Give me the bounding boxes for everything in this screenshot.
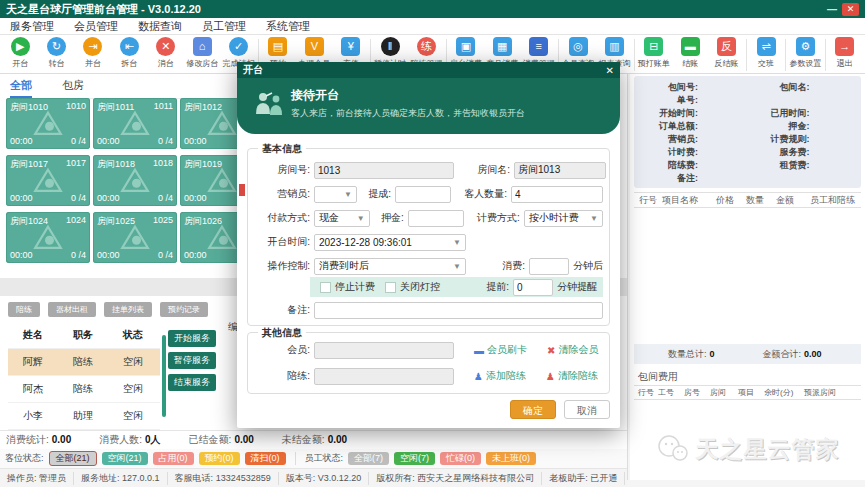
toolbar-transfer-table-button[interactable]: ↻转台 <box>38 37 74 69</box>
open-time-picker[interactable]: 2023-12-28 09:36:01▼ <box>314 234 466 251</box>
info-room-name-label: 包间名: <box>748 81 810 94</box>
toolbar-divider <box>785 39 786 71</box>
deposit-field[interactable] <box>408 210 464 227</box>
cancel-button[interactable]: 取消 <box>564 400 610 419</box>
coach-row: 陪练: ♟添加陪练 ♟清除陪练 <box>254 367 603 385</box>
coach-field[interactable] <box>314 368 454 385</box>
split-table-icon: ⇤ <box>120 37 139 56</box>
coach-button[interactable]: 陪练 <box>8 302 40 317</box>
menu-member[interactable]: 会员管理 <box>74 19 118 34</box>
room-occupancy: 0 /4 <box>158 250 173 260</box>
consume-minutes-field[interactable] <box>529 258 569 275</box>
info-room-no-label: 包间号: <box>636 81 698 94</box>
boss-assistant-info: 老板助手: 已开通 <box>542 472 625 485</box>
toolbar-preprint-bill-button[interactable]: ⊟预打账单 <box>636 37 672 69</box>
start-service-button[interactable]: 开始服务 <box>168 330 216 347</box>
room-card[interactable]: 房间10111011 00:000 /4 <box>93 98 177 149</box>
billing-label: 计费方式: <box>464 211 520 225</box>
dialog-close-icon[interactable]: ✕ <box>606 65 614 76</box>
person-add-icon: ♟ <box>474 371 483 382</box>
server-address-info: 服务地址: 127.0.0.1 <box>74 472 168 485</box>
tab-all[interactable]: 全部 <box>10 78 32 98</box>
menu-staff[interactable]: 员工管理 <box>202 19 246 34</box>
room-no-label: 房间号: <box>254 163 310 177</box>
room-logo-icon <box>207 166 237 196</box>
billing-select[interactable]: 按小时计费▼ <box>524 210 603 227</box>
toolbar-checkout-button[interactable]: ▬结账 <box>672 37 708 69</box>
marketer-select[interactable]: ▼ <box>314 186 357 203</box>
toolbar-shift-change-button[interactable]: ⇌交班 <box>748 37 784 69</box>
remark-field[interactable] <box>314 302 603 319</box>
toolbar-merge-table-button[interactable]: ⇥并台 <box>75 37 111 69</box>
staff-chip-free[interactable]: 空闲(7) <box>394 452 435 465</box>
confirm-button[interactable]: 确定 <box>510 400 556 419</box>
operator-info: 操作员: 管理员 <box>0 472 74 485</box>
required-marker <box>239 184 245 196</box>
member-field[interactable] <box>314 342 454 359</box>
dialog-subtitle: 客人来店，前台接待人员确定来店人数，并告知收银员开台 <box>291 107 525 120</box>
toolbar-settings-button[interactable]: ⚙参数设置 <box>787 37 823 69</box>
op-control-select[interactable]: 消费到时后▼ <box>314 258 466 275</box>
room-no-field[interactable] <box>314 162 454 179</box>
room-card[interactable]: 房间10241024 00:000 /4 <box>6 212 90 263</box>
cloud-backup-info: 云端备份: 未开通 <box>625 472 627 485</box>
seat-chip-cleaning[interactable]: 清扫(0) <box>245 452 286 465</box>
commission-field[interactable] <box>395 186 451 203</box>
pending-orders-button[interactable]: 挂单列表 <box>104 302 152 317</box>
room-card[interactable]: 房间10251025 00:000 /4 <box>93 212 177 263</box>
payment-select[interactable]: 现金▼ <box>314 210 370 227</box>
stop-billing-checkbox[interactable] <box>320 282 331 293</box>
toolbar-open-table-button[interactable]: ▶开台 <box>2 37 38 69</box>
pause-service-button[interactable]: 暂停服务 <box>168 352 216 369</box>
scrollbar-thumb[interactable] <box>162 335 166 417</box>
seat-chip-free[interactable]: 空闲(21) <box>102 452 148 465</box>
toolbar-modify-room-button[interactable]: ⌂修改房台 <box>184 37 220 69</box>
staff-chip-busy[interactable]: 忙碌(0) <box>440 452 481 465</box>
room-card[interactable]: 房间10101010 00:000 /4 <box>6 98 90 149</box>
toolbar-split-table-button[interactable]: ⇤拆台 <box>111 37 147 69</box>
control-options-band: 停止计费 关闭灯控 提前: 分钟提醒 <box>310 277 603 297</box>
room-card[interactable]: 房间10181018 00:000 /4 <box>93 155 177 206</box>
guests-field[interactable] <box>511 186 603 203</box>
staff-chip-all[interactable]: 全部(7) <box>348 452 389 465</box>
toolbar-cancel-table-button[interactable]: ✕消台 <box>148 37 184 69</box>
clear-member-link[interactable]: ✖清除会员 <box>547 343 598 357</box>
swipe-member-card-link[interactable]: ▬会员刷卡 <box>474 343 527 357</box>
clear-coach-link[interactable]: ♟清除陪练 <box>546 369 598 383</box>
close-button[interactable]: ✕ <box>842 3 859 16</box>
toolbar-reverse-checkout-button[interactable]: 反反结账 <box>708 37 744 69</box>
menu-data-query[interactable]: 数据查询 <box>138 19 182 34</box>
room-name-field[interactable] <box>514 162 606 179</box>
seat-chip-reserved[interactable]: 预约(0) <box>199 452 240 465</box>
seat-chip-all[interactable]: 全部(21) <box>49 451 97 466</box>
col: 项目 <box>738 387 764 398</box>
table-row[interactable]: 阿杰 陪练 空闲 <box>8 376 160 403</box>
tab-private-rooms[interactable]: 包房 <box>62 78 84 98</box>
add-coach-link[interactable]: ♟添加陪练 <box>474 369 526 383</box>
cell: 小李 <box>8 409 58 423</box>
staff-chip-off-duty[interactable]: 未上班(0) <box>486 452 536 465</box>
cell: 陪练 <box>58 355 108 369</box>
toolbar-label: 交班 <box>758 58 774 69</box>
toolbar-label: 并台 <box>85 58 101 69</box>
toolbar-exit-button[interactable]: →退出 <box>827 37 863 69</box>
support-phone-info: 客服电话: 13324532859 <box>168 472 279 485</box>
end-service-button[interactable]: 结束服务 <box>168 374 216 391</box>
room-fee-title: 包间费用 <box>638 370 678 384</box>
table-row[interactable]: 阿辉 陪练 空闲 <box>8 349 160 376</box>
light-off-checkbox[interactable] <box>385 282 396 293</box>
room-time: 00:00 <box>97 193 120 203</box>
seat-chip-occupied[interactable]: 占用(0) <box>153 452 194 465</box>
menu-service[interactable]: 服务管理 <box>10 19 54 34</box>
remind-minutes-field[interactable] <box>513 279 553 296</box>
equipment-rent-button[interactable]: 器材出租 <box>48 302 96 317</box>
room-occupancy: 0 /4 <box>158 136 173 146</box>
reservation-records-button[interactable]: 预约记录 <box>160 302 208 317</box>
room-logo-icon <box>33 109 63 139</box>
card-icon: ▬ <box>474 345 484 356</box>
minimize-button[interactable]: — <box>827 4 837 15</box>
room-card[interactable]: 房间10171017 00:000 /4 <box>6 155 90 206</box>
table-row[interactable]: 小李 助理 空闲 <box>8 403 160 430</box>
menu-system[interactable]: 系统管理 <box>266 19 310 34</box>
toolbar-label: 拆台 <box>121 58 137 69</box>
